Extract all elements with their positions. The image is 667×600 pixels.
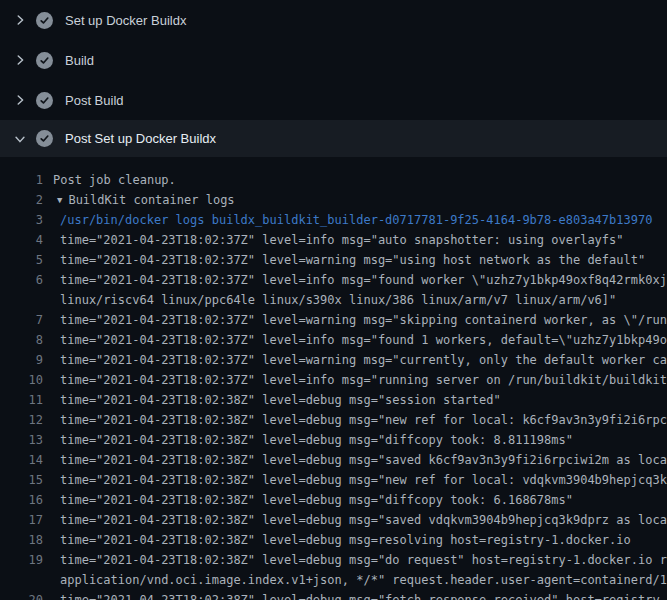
line-text: time="2021-04-23T18:02:37Z" level=info m… — [60, 370, 667, 390]
line-text: time="2021-04-23T18:02:38Z" level=debug … — [60, 590, 667, 600]
line-text: time="2021-04-23T18:02:38Z" level=debug … — [60, 390, 501, 410]
line-text: time="2021-04-23T18:02:37Z" level=warnin… — [60, 350, 667, 370]
line-text: time="2021-04-23T18:02:37Z" level=info m… — [60, 270, 667, 290]
line-number[interactable]: 3 — [0, 210, 43, 230]
log-line: 15 time="2021-04-23T18:02:38Z" level=deb… — [0, 470, 667, 490]
check-circle-icon — [36, 130, 53, 147]
step-label: Post Build — [65, 94, 124, 107]
line-number[interactable]: 4 — [0, 230, 43, 250]
log-line: linux/riscv64 linux/ppc64le linux/s390x … — [0, 290, 667, 310]
line-number[interactable]: 15 — [0, 470, 43, 490]
line-number[interactable]: 14 — [0, 450, 43, 470]
chevron-icon[interactable] — [12, 12, 28, 28]
line-text: time="2021-04-23T18:02:37Z" level=warnin… — [60, 310, 667, 330]
log-line: 10 time="2021-04-23T18:02:37Z" level=inf… — [0, 370, 667, 390]
log-line: 17 time="2021-04-23T18:02:38Z" level=deb… — [0, 510, 667, 530]
line-number[interactable]: 2 — [0, 190, 43, 210]
check-circle-icon — [36, 12, 53, 29]
line-text: Post job cleanup. — [53, 170, 176, 190]
step-row[interactable]: Set up Docker Buildx — [0, 0, 667, 40]
log-line: 7 time="2021-04-23T18:02:37Z" level=warn… — [0, 310, 667, 330]
log-line: 4 time="2021-04-23T18:02:37Z" level=info… — [0, 230, 667, 250]
chevron-icon[interactable] — [12, 131, 28, 147]
log-line: 5 time="2021-04-23T18:02:37Z" level=warn… — [0, 250, 667, 270]
chevron-icon[interactable] — [12, 52, 28, 68]
chevron-icon[interactable] — [12, 92, 28, 108]
line-number[interactable]: 6 — [0, 270, 43, 290]
line-number[interactable]: 16 — [0, 490, 43, 510]
line-text: time="2021-04-23T18:02:38Z" level=debug … — [60, 430, 573, 450]
line-text: application/vnd.oci.image.index.v1+json,… — [60, 570, 667, 590]
line-text: time="2021-04-23T18:02:38Z" level=debug … — [60, 510, 667, 530]
line-number[interactable]: 8 — [0, 330, 43, 350]
line-number[interactable]: 9 — [0, 350, 43, 370]
step-row[interactable]: Build — [0, 40, 667, 80]
group-collapse-icon[interactable]: ▼ — [57, 190, 62, 210]
log-line: 18 time="2021-04-23T18:02:38Z" level=deb… — [0, 530, 667, 550]
line-text: time="2021-04-23T18:02:37Z" level=warnin… — [60, 250, 645, 270]
line-number[interactable]: 17 — [0, 510, 43, 530]
line-text: time="2021-04-23T18:02:38Z" level=debug … — [60, 550, 667, 570]
line-text: time="2021-04-23T18:02:37Z" level=info m… — [60, 230, 624, 250]
line-text: time="2021-04-23T18:02:38Z" level=debug … — [60, 530, 631, 550]
log-line: 1 Post job cleanup. — [0, 170, 667, 190]
log-line[interactable]: 2 ▼BuildKit container logs — [0, 190, 667, 210]
step-row[interactable]: Post Set up Docker Buildx — [0, 120, 667, 157]
line-number[interactable]: 1 — [0, 170, 43, 190]
log-line: 8 time="2021-04-23T18:02:37Z" level=info… — [0, 330, 667, 350]
log-line: 6 time="2021-04-23T18:02:37Z" level=info… — [0, 270, 667, 290]
line-text: ▼BuildKit container logs — [57, 190, 235, 210]
log-line: 20 time="2021-04-23T18:02:38Z" level=deb… — [0, 590, 667, 600]
log-line: 9 time="2021-04-23T18:02:37Z" level=warn… — [0, 350, 667, 370]
steps-list: Set up Docker Buildx Build Post Buil — [0, 0, 667, 157]
line-number[interactable]: 13 — [0, 430, 43, 450]
line-text: time="2021-04-23T18:02:38Z" level=debug … — [60, 450, 667, 470]
log-area: 1 Post job cleanup. 2 ▼BuildKit containe… — [0, 157, 667, 600]
line-number[interactable]: 10 — [0, 370, 43, 390]
step-label: Set up Docker Buildx — [65, 14, 186, 27]
step-row[interactable]: Post Build — [0, 80, 667, 120]
log-line: application/vnd.oci.image.index.v1+json,… — [0, 570, 667, 590]
line-number[interactable] — [0, 570, 43, 590]
log-line: 16 time="2021-04-23T18:02:38Z" level=deb… — [0, 490, 667, 510]
log-line: 12 time="2021-04-23T18:02:38Z" level=deb… — [0, 410, 667, 430]
line-number[interactable]: 5 — [0, 250, 43, 270]
log-line: 11 time="2021-04-23T18:02:38Z" level=deb… — [0, 390, 667, 410]
line-number[interactable]: 18 — [0, 530, 43, 550]
log-line: 13 time="2021-04-23T18:02:38Z" level=deb… — [0, 430, 667, 450]
line-text: linux/riscv64 linux/ppc64le linux/s390x … — [60, 290, 616, 310]
line-text: time="2021-04-23T18:02:37Z" level=info m… — [60, 330, 667, 350]
actions-log-viewer: Set up Docker Buildx Build Post Buil — [0, 0, 667, 600]
line-number[interactable] — [0, 290, 43, 310]
line-number[interactable]: 20 — [0, 590, 43, 600]
line-text: time="2021-04-23T18:02:38Z" level=debug … — [60, 410, 667, 430]
log-line: 3 /usr/bin/docker logs buildx_buildkit_b… — [0, 210, 667, 230]
step-label: Post Set up Docker Buildx — [65, 132, 216, 145]
line-text: /usr/bin/docker logs buildx_buildkit_bui… — [60, 210, 652, 230]
log-line: 19 time="2021-04-23T18:02:38Z" level=deb… — [0, 550, 667, 570]
check-circle-icon — [36, 92, 53, 109]
line-number[interactable]: 12 — [0, 410, 43, 430]
line-number[interactable]: 7 — [0, 310, 43, 330]
line-text: time="2021-04-23T18:02:38Z" level=debug … — [60, 490, 573, 510]
line-text: time="2021-04-23T18:02:38Z" level=debug … — [60, 470, 667, 490]
step-label: Build — [65, 54, 94, 67]
log-line: 14 time="2021-04-23T18:02:38Z" level=deb… — [0, 450, 667, 470]
line-number[interactable]: 19 — [0, 550, 43, 570]
line-number[interactable]: 11 — [0, 390, 43, 410]
check-circle-icon — [36, 52, 53, 69]
